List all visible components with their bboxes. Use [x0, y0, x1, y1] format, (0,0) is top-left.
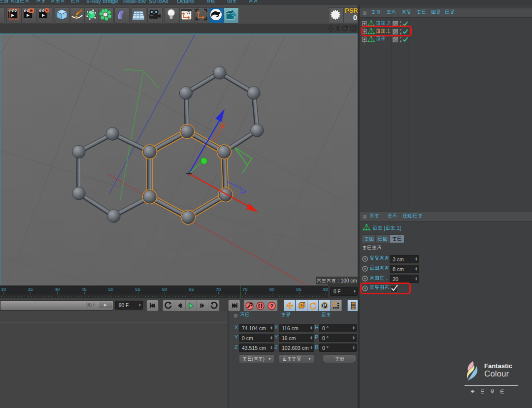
svg-text:?: ? — [270, 303, 273, 309]
svg-text:Colour: Colour — [484, 369, 509, 378]
svg-text:Fantastic: Fantastic — [484, 362, 512, 370]
svg-text:P: P — [323, 303, 326, 309]
